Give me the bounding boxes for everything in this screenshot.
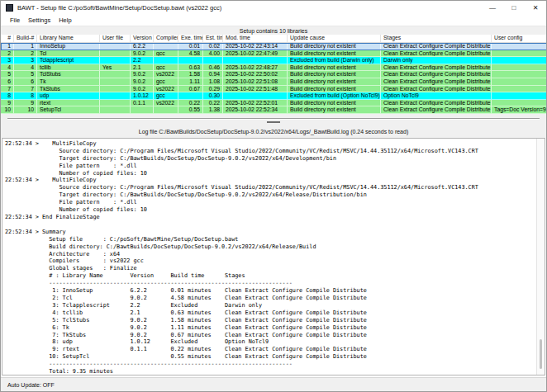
column-header-mod-time[interactable]: Mod. time [223,35,288,42]
cell-mod-time: 2025-10-02 22:43:14 [223,43,288,50]
table-row[interactable]: 22Tcl9.0.2gcc4.584.002025-10-02 22:47:49… [1,50,547,58]
cell-mod-time: 2025-10-02 22:51:48 [223,86,288,93]
title-bar: BAWT - Setup file C:/poSoft/BawtMine/Set… [1,1,546,15]
column-header-update-cause[interactable]: Update cause [288,35,381,42]
cell-user-config [492,78,547,86]
cell-build-number: 5 [14,71,37,78]
table-row[interactable]: 88udp1.0.12gcc0.30Excluded from build (O… [1,92,547,100]
cell-exe-time: 0.63 [178,64,203,72]
cell-est-time: 1.38 [203,106,223,114]
cell-exe-time: 1.58 [178,71,203,78]
table-row[interactable]: 66Tk9.0.2gcc1.111.082025-10-02 22:51:08B… [1,78,547,86]
vertical-scrollbar[interactable] [536,139,545,375]
column-header-version[interactable]: Version [131,35,154,42]
cell-est-time: 1.08 [203,78,223,86]
column-header-est-time[interactable]: Est. time [203,35,223,42]
table-row[interactable]: 44tcllibYes2.1gcc0.630.462025-10-02 22:4… [1,64,547,72]
table-row[interactable]: 1010SetupTcl0.551.382025-10-02 22:52:34B… [1,106,547,114]
cell-build-number: 3 [14,57,37,64]
column-header-compiler[interactable]: Compiler [154,35,178,42]
cell-stages: Clean Extract Configure Compile Distribu… [381,106,492,114]
cell-index: 5 [1,71,14,78]
cell-build-number: 7 [14,86,37,93]
menu-settings[interactable]: Settings [24,17,55,24]
cell-compiler [154,43,178,50]
app-icon [6,4,13,12]
column-header-user-file[interactable]: User file [100,35,131,42]
cell-est-time: 0.29 [203,86,223,93]
cell-index: 1 [1,43,14,50]
cell-est-time: 4.00 [203,50,223,58]
table-row[interactable]: 33Tclapplescript2.2Excluded from build (… [1,57,547,64]
cell-version: 9.0.2 [131,86,154,93]
cell-user-config [492,57,547,64]
table-row[interactable]: 77TkStubs9.0.2vs20220.670.292025-10-02 2… [1,86,547,93]
column-header-library-name[interactable]: Library Name [37,35,100,42]
cell-update-cause: Build directory not existent [288,71,381,78]
log-area[interactable]: 22:52:34 > MultiFileCopy Source director… [2,138,545,375]
cell-est-time: 0.22 [203,100,223,107]
menu-bar: File Settings Help [1,15,546,26]
cell-update-cause: Build directory not existent [288,43,381,50]
column-header-user-config[interactable]: User config [492,35,547,42]
cell-update-cause: Excluded from build (Option NoTcl9) [288,92,381,100]
cell-index: 8 [1,92,14,100]
cell-version: 1.0.12 [131,92,154,100]
cell-compiler: gcc [154,92,178,100]
menu-file[interactable]: File [6,17,24,24]
table-row[interactable]: 99rtext0.1.1vs20220.220.222025-10-02 22:… [1,100,547,107]
cell-est-time: 0.94 [203,71,223,78]
cell-version: 0.1.1 [131,100,154,107]
cell-mod-time: 2025-10-02 22:47:49 [223,50,288,58]
cell-update-cause: Build directory not existent [288,78,381,86]
menu-help[interactable]: Help [55,17,75,24]
cell-user-config [492,92,547,100]
library-table-header: #Build-#Library NameUser fileVersionComp… [1,35,547,43]
column-header-exe-time[interactable]: Exe. time [178,35,203,42]
minimize-button[interactable]: — [482,1,503,15]
status-bar-text: Auto Update: OFF [7,382,55,388]
cell-exe-time: 0.22 [178,100,203,107]
cell-user-file [100,100,131,107]
cell-update-cause: Build directory not existent [288,106,381,114]
column-header-index[interactable]: # [1,35,14,42]
cell-version: 9.0.2 [131,78,154,86]
cell-exe-time: 0.55 [178,106,203,114]
cell-build-number: 9 [14,100,37,107]
cell-user-file [100,106,131,114]
cell-stages: Clean Extract Configure Compile Distribu… [381,50,492,58]
cell-build-number: 6 [14,78,37,86]
library-table-body: 11InnoSetup6.2.20.010.022025-10-02 22:43… [1,43,547,114]
cell-version: 9.0.2 [131,50,154,58]
splitter[interactable] [1,114,546,125]
cell-user-file [100,78,131,86]
cell-user-file [100,86,131,93]
log-file-path: Log file C:/BawtBuilds/DocSetup/DocSetup… [139,129,408,135]
table-row[interactable]: 11InnoSetup6.2.20.010.022025-10-02 22:43… [1,43,547,50]
cell-update-cause: Build directory not existent [288,86,381,93]
column-header-build-number[interactable]: Build-# [14,35,37,42]
close-button[interactable]: ✕ [525,1,546,15]
cell-user-config [492,100,547,107]
cell-stages: Darwin only [381,57,492,64]
cell-compiler: vs2022 [154,71,178,78]
column-header-stages[interactable]: Stages [381,35,492,42]
cell-mod-time [223,92,288,100]
maximize-button[interactable]: □ [503,1,525,15]
cell-est-time: 0.30 [203,92,223,100]
table-row[interactable]: 55TclStubs9.0.2vs20221.580.942025-10-02 … [1,71,547,78]
cell-stages: Clean Extract Configure Compile Distribu… [381,100,492,107]
cell-stages: Clean Extract Configure Compile Distribu… [381,86,492,93]
cell-user-file [100,43,131,50]
cell-est-time: 0.46 [203,64,223,72]
cell-library-name: TclStubs [37,71,100,78]
cell-library-name: TkStubs [37,86,100,93]
cell-version: 9.0.2 [131,71,154,78]
cell-library-name: udp [37,92,100,100]
cell-build-number: 2 [14,50,37,58]
scrollbar-thumb[interactable] [540,339,542,369]
splitter-grip-icon[interactable] [267,121,280,123]
cell-library-name: InnoSetup [37,43,100,50]
cell-library-name: tcllib [37,64,100,72]
cell-exe-time: 4.58 [178,50,203,58]
